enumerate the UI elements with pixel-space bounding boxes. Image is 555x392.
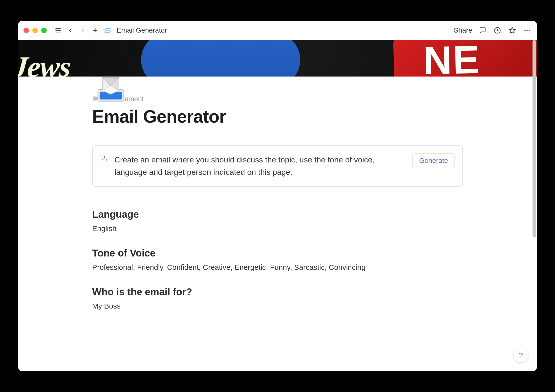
svg-point-7: [525, 30, 526, 31]
cover-blue-shape: [130, 40, 311, 77]
svg-marker-6: [509, 27, 515, 33]
titlebar: 📨 Email Generator Share: [18, 21, 537, 40]
language-value[interactable]: English: [92, 224, 463, 233]
maximize-window-button[interactable]: [41, 28, 47, 33]
ai-block[interactable]: Create an email where you should discuss…: [92, 145, 463, 187]
minimize-window-button[interactable]: [32, 28, 38, 33]
favorite-icon[interactable]: [508, 26, 517, 35]
svg-point-8: [527, 30, 528, 31]
cover-text-right: NE: [423, 40, 480, 77]
breadcrumb-title[interactable]: Email Generator: [117, 26, 167, 34]
close-window-button[interactable]: [23, 28, 29, 33]
inbox-icon: 📨: [103, 26, 112, 35]
forward-button[interactable]: [78, 26, 87, 35]
menu-icon[interactable]: [54, 26, 63, 35]
scrollbar[interactable]: [533, 40, 536, 370]
titlebar-right: Share: [454, 26, 532, 35]
page-title[interactable]: Email Generator: [92, 106, 463, 127]
recipient-heading[interactable]: Who is the email for?: [92, 286, 463, 297]
cover-text-left: Jews: [18, 50, 72, 77]
page-icon[interactable]: [92, 73, 129, 110]
svg-point-9: [529, 30, 530, 31]
add-comment-button[interactable]: Add comment: [92, 95, 463, 103]
back-button[interactable]: [66, 26, 75, 35]
scrollbar-thumb[interactable]: [533, 40, 536, 237]
new-page-button[interactable]: [91, 26, 100, 35]
tone-section: Tone of Voice Professional, Friendly, Co…: [92, 248, 463, 272]
sparkle-icon: [101, 155, 108, 163]
tone-heading[interactable]: Tone of Voice: [92, 248, 463, 259]
recipient-value[interactable]: My Boss: [92, 302, 463, 310]
titlebar-left: 📨 Email Generator: [23, 26, 167, 35]
tone-value[interactable]: Professional, Friendly, Confident, Creat…: [92, 263, 463, 272]
share-button[interactable]: Share: [454, 26, 472, 34]
language-heading[interactable]: Language: [92, 209, 463, 220]
help-button[interactable]: ?: [514, 348, 528, 362]
updates-icon[interactable]: [493, 26, 502, 35]
recipient-section: Who is the email for? My Boss: [92, 286, 463, 310]
comments-icon[interactable]: [478, 26, 487, 35]
app-window: 📨 Email Generator Share Jews NE: [18, 21, 537, 371]
more-icon[interactable]: [523, 26, 532, 35]
page-content: Add comment Email Generator Create an em…: [18, 95, 537, 310]
cover-red-shape: NE: [393, 40, 537, 77]
generate-button[interactable]: Generate: [412, 153, 455, 168]
language-section: Language English: [92, 209, 463, 233]
ai-prompt-text: Create an email where you should discuss…: [114, 154, 454, 178]
cover-image[interactable]: Jews NE: [18, 40, 537, 77]
traffic-lights: [23, 28, 47, 33]
